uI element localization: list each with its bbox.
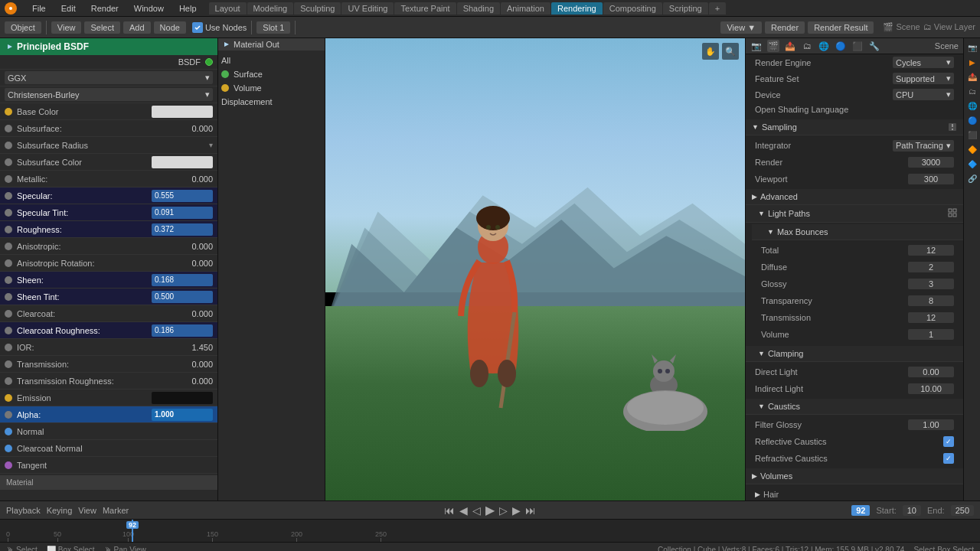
use-nodes-checkbox[interactable] <box>192 22 203 33</box>
roughness-bar[interactable]: 0.372 <box>152 223 213 236</box>
sidebar-render-icon[interactable]: ▶ <box>966 56 978 68</box>
prop-sheen-tint[interactable]: Sheen Tint: 0.500 <box>0 289 217 305</box>
indirect-light-value[interactable]: 10.00 <box>908 383 954 394</box>
prop-alpha[interactable]: Alpha: 1.000 <box>0 406 217 423</box>
prop-ior[interactable]: IOR: 1.450 <box>0 339 217 356</box>
prop-emission[interactable]: Emission <box>0 390 217 406</box>
sidebar-camera-icon[interactable]: 📷 <box>966 41 978 54</box>
alpha-bar[interactable]: 1.000 <box>152 409 213 421</box>
render-samples-value[interactable]: 3000 <box>908 157 954 168</box>
prop-anisotropic[interactable]: Anisotropic: 0.000 <box>0 238 217 255</box>
prop-tangent[interactable]: Tangent <box>0 457 217 474</box>
metallic-value[interactable]: 0.000 <box>167 174 213 184</box>
clearcoat-roughness-bar[interactable]: 0.186 <box>152 324 213 337</box>
device-dropdown[interactable]: CPU ▾ <box>893 89 954 100</box>
subsurface-value[interactable]: 0.000 <box>167 124 213 133</box>
toolbar-render-result[interactable]: Render Result <box>808 21 874 34</box>
toolbar-select[interactable]: Select <box>84 21 120 34</box>
magnify-btn[interactable]: 🔍 <box>722 43 739 60</box>
view-layer-selector[interactable]: 🗂 View Layer <box>923 22 975 32</box>
emission-color-field[interactable] <box>152 392 213 404</box>
prop-clearcoat-roughness[interactable]: Clearcoat Roughness: 0.186 <box>0 322 217 339</box>
glossy-bounces-value[interactable]: 3 <box>908 279 954 289</box>
mat-out-all[interactable]: All <box>218 54 325 67</box>
prop-specular-tint[interactable]: Specular Tint: 0.091 <box>0 204 217 221</box>
total-bounces-value[interactable]: 12 <box>908 245 954 256</box>
sidebar-object-icon2[interactable]: ⬛ <box>966 129 978 141</box>
next-frame-btn[interactable]: ▶ <box>512 504 521 517</box>
diffuse-bounces-value[interactable]: 2 <box>908 262 954 272</box>
jump-start-btn[interactable]: ⏮ <box>444 504 455 517</box>
prop-subsurface-color[interactable]: Subsurface Color <box>0 154 217 171</box>
subsurface-color-field[interactable] <box>152 156 213 168</box>
prop-metallic[interactable]: Metallic: 0.000 <box>0 171 217 187</box>
advanced-section-header[interactable]: ▶ Advanced <box>746 189 963 205</box>
workspace-shading[interactable]: Shading <box>457 2 500 15</box>
menu-window[interactable]: Window <box>131 4 167 13</box>
toolbar-view[interactable]: View <box>51 21 82 34</box>
sidebar-particles-icon[interactable]: 🔶 <box>966 143 978 155</box>
toolbar-add[interactable]: Add <box>123 21 151 34</box>
specular-bar[interactable]: 0.555 <box>152 190 213 202</box>
prop-transmission-roughness[interactable]: Transmission Roughness: 0.000 <box>0 373 217 390</box>
workspace-compositing[interactable]: Compositing <box>603 2 662 15</box>
sidebar-physics-icon[interactable]: 🔷 <box>966 158 978 170</box>
scene-icon[interactable]: 🌐 <box>818 40 830 52</box>
toolbar-render-btn[interactable]: Render <box>765 21 805 34</box>
sidebar-constraints-icon[interactable]: 🔗 <box>966 172 978 184</box>
prop-sheen[interactable]: Sheen: 0.168 <box>0 272 217 289</box>
play-btn[interactable]: ▶ <box>485 503 495 517</box>
sheen-tint-bar[interactable]: 0.500 <box>152 291 213 303</box>
render-icon[interactable]: 🎬 <box>767 40 779 52</box>
workspace-texture-paint[interactable]: Texture Paint <box>394 2 456 15</box>
prop-subsurface[interactable]: Subsurface: 0.000 <box>0 120 217 137</box>
playback-btn[interactable]: Playback <box>6 506 41 515</box>
reflective-caustics-checkbox[interactable]: ✓ <box>943 436 954 447</box>
max-bounces-header[interactable]: ▼ Max Bounces <box>752 224 963 240</box>
integrator-dropdown[interactable]: Path Tracing ▾ <box>893 140 954 152</box>
light-paths-grid-icon[interactable] <box>948 208 957 219</box>
transmission-bounces-value[interactable]: 12 <box>908 312 954 323</box>
camera-icon[interactable]: 📷 <box>750 40 763 52</box>
prop-normal[interactable]: Normal <box>0 423 217 440</box>
anisotropic-value[interactable]: 0.000 <box>167 242 213 251</box>
prop-transmission[interactable]: Transmission: 0.000 <box>0 356 217 373</box>
render-viewport[interactable]: ✋ 🔍 <box>325 38 745 500</box>
mat-out-displacement[interactable]: Displacement <box>218 95 325 109</box>
anisotropic-rotation-value[interactable]: 0.000 <box>167 259 213 268</box>
menu-edit[interactable]: Edit <box>58 4 79 13</box>
direct-light-value[interactable]: 0.00 <box>908 367 954 377</box>
distribution-row[interactable]: GGX ▾ <box>0 70 217 86</box>
feature-set-dropdown[interactable]: Supported ▾ <box>893 73 954 84</box>
prev-frame-btn[interactable]: ◀ <box>459 504 468 517</box>
workspace-uv-editing[interactable]: UV Editing <box>341 2 394 15</box>
ior-value[interactable]: 1.450 <box>167 343 213 352</box>
prop-specular[interactable]: Specular: 0.555 <box>0 187 217 204</box>
light-paths-section-header[interactable]: ▼ Light Paths <box>746 205 963 223</box>
specular-tint-bar[interactable]: 0.091 <box>152 207 213 219</box>
hand-tool-btn[interactable]: ✋ <box>702 43 719 60</box>
caustics-section-header[interactable]: ▼ Caustics <box>746 399 963 415</box>
toolbar-node[interactable]: Node <box>154 21 186 34</box>
clearcoat-value[interactable]: 0.000 <box>167 309 213 318</box>
view-btn[interactable]: View <box>78 506 96 515</box>
sss-row[interactable]: Christensen-Burley ▾ <box>0 86 217 103</box>
refractive-caustics-checkbox[interactable]: ✓ <box>943 453 954 464</box>
sss-dropdown[interactable]: Christensen-Burley ▾ <box>5 88 213 101</box>
workspace-sculpting[interactable]: Sculpting <box>294 2 341 15</box>
volume-bounces-value[interactable]: 1 <box>908 329 954 340</box>
viewport-samples-value[interactable]: 300 <box>908 174 954 184</box>
prop-clearcoat[interactable]: Clearcoat: 0.000 <box>0 305 217 322</box>
timeline-ruler-area[interactable]: 0 50 100 150 200 250 <box>0 520 980 542</box>
transmission-roughness-value[interactable]: 0.000 <box>167 377 213 386</box>
toolbar-slot[interactable]: Slot 1 <box>256 21 290 34</box>
volumes-section-header[interactable]: ▶ Volumes <box>746 468 963 484</box>
base-color-field[interactable] <box>152 106 213 118</box>
workspace-layout[interactable]: Layout <box>209 2 247 15</box>
transparency-bounces-value[interactable]: 8 <box>908 295 954 306</box>
start-frame[interactable]: 10 <box>903 505 921 516</box>
render-engine-dropdown[interactable]: Cycles ▾ <box>893 57 954 68</box>
filter-glossy-value[interactable]: 1.00 <box>908 419 954 430</box>
prev-keyframe-btn[interactable]: ◁ <box>472 504 481 517</box>
prop-roughness[interactable]: Roughness: 0.372 <box>0 221 217 238</box>
